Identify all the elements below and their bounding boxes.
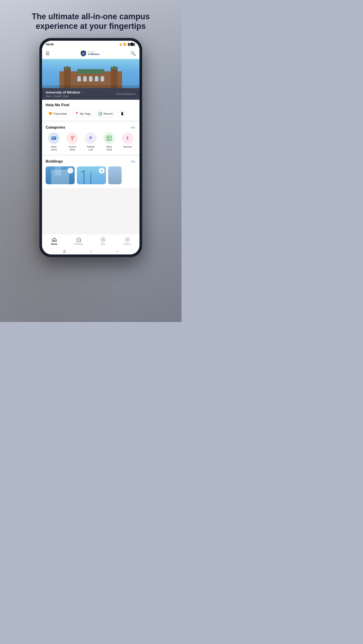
svg-rect-4 [53, 139, 55, 139]
buildings-header: Buildings All › [46, 159, 136, 164]
university-logo: W University of Windsor [80, 50, 99, 57]
svg-rect-10 [108, 139, 110, 139]
chips-row: 🧡 Favourites 📍 My Tags 🔄 Recent 📱 [46, 110, 136, 117]
campus-info-bar: University of Windsor › Open • Closes: 1… [42, 88, 139, 100]
map-icon [100, 237, 106, 242]
svg-point-17 [125, 238, 129, 242]
svg-rect-7 [108, 137, 109, 138]
categories-all-button[interactable]: All › [131, 126, 136, 129]
categories-header: Categories All › [46, 125, 136, 130]
svg-rect-6 [107, 136, 111, 140]
services-icon-circle: ℹ [122, 132, 133, 144]
categories-section: Categories All › [42, 122, 139, 154]
nav-tab-buildings[interactable]: Buildings [66, 237, 91, 245]
gesture-recent-icon: < [116, 250, 118, 253]
nav-tab-map[interactable]: Map [91, 237, 115, 245]
campus-status: Open • Closes: 10pm [46, 95, 83, 98]
status-time: 09:09 [46, 43, 53, 46]
bottom-nav: Home Buildings Map [42, 234, 139, 248]
svg-rect-8 [109, 137, 110, 137]
explore-icon [125, 237, 130, 242]
favourites-icon: 🧡 [48, 112, 52, 116]
parking-p-icon: P [88, 135, 94, 141]
food-icon-circle [67, 132, 78, 144]
search-button[interactable]: 🔍 [130, 51, 136, 56]
recent-icon: 🔄 [98, 112, 102, 116]
campus-name: University of Windsor [46, 90, 80, 94]
bottom-spacer [42, 190, 139, 194]
parking-icon-circle: P [85, 132, 97, 144]
newsfeed-label: NewsFeed [106, 145, 112, 151]
mytags-icon: 📍 [75, 112, 79, 116]
categories-grid: Class-rooms Food &Drink [46, 132, 136, 151]
parking-label: ParkingLots [87, 145, 94, 151]
phone-screen: 09:09 🔔 📶 ▐▌▌ ▓ ☰ W University of Windso… [42, 41, 139, 254]
nav-tab-home-label: Home [51, 243, 57, 245]
category-parking[interactable]: P ParkingLots [82, 132, 99, 151]
home-icon [52, 237, 57, 242]
building-card-1[interactable]: ♡ [46, 166, 75, 184]
svg-point-15 [101, 238, 105, 242]
classrooms-icon [51, 135, 57, 141]
chip-recent[interactable]: 🔄 Recent [95, 110, 116, 117]
buildings-tab-icon [76, 237, 81, 242]
food-label: Food &Drink [69, 145, 76, 151]
help-me-find-title: Help Me Find [46, 103, 69, 107]
newsfeed-icon [106, 135, 112, 141]
building-card-2[interactable]: ♥ [77, 166, 106, 184]
phone-frame: 09:09 🔔 📶 ▐▌▌ ▓ ☰ W University of Windso… [39, 38, 142, 257]
svg-rect-13 [78, 238, 80, 242]
svg-rect-9 [109, 138, 110, 138]
help-me-find-header: Help Me Find [46, 103, 136, 107]
gesture-home-icon: □ [90, 250, 92, 253]
svg-rect-11 [108, 139, 110, 140]
categories-title: Categories [46, 125, 65, 130]
svg-rect-12 [77, 238, 78, 242]
services-info-icon: ℹ [125, 135, 131, 141]
building-card-3[interactable] [108, 166, 122, 184]
heart-button-2[interactable]: ♥ [99, 168, 105, 174]
chip-social[interactable]: 📱 [117, 110, 127, 117]
nav-tab-explore-label: Explore [124, 243, 131, 245]
chip-favourites-label: Favourites [54, 112, 67, 116]
chip-recent-label: Recent [103, 112, 113, 116]
chip-mytags[interactable]: 📍 My Tags [72, 110, 94, 117]
status-bar: 09:09 🔔 📶 ▐▌▌ ▓ [42, 41, 139, 48]
view-campuses-button[interactable]: View Campuses ▾ [116, 92, 136, 96]
top-nav: ☰ W University of Windsor 🔍 [42, 48, 139, 59]
svg-rect-2 [52, 137, 53, 138]
gesture-bar: ||| □ < [42, 248, 139, 254]
services-label: Services [123, 145, 132, 148]
help-me-find-section: Help Me Find 🧡 Favourites 📍 My Tags 🔄 Re… [42, 100, 139, 120]
food-drink-icon [69, 135, 75, 141]
campus-banner [42, 59, 139, 88]
chevron-down-icon: ▾ [135, 92, 136, 96]
content-scroll[interactable]: Help Me Find 🧡 Favourites 📍 My Tags 🔄 Re… [42, 100, 139, 234]
heart-button-1[interactable]: ♡ [67, 168, 73, 174]
svg-point-16 [102, 239, 104, 240]
category-newsfeed[interactable]: NewsFeed [101, 132, 117, 151]
gesture-back-icon: ||| [63, 250, 66, 253]
hero-title: The ultimate all-in-one campus experienc… [0, 12, 181, 31]
svg-text:W: W [82, 52, 84, 55]
chip-mytags-label: My Tags [80, 112, 91, 116]
hamburger-menu-button[interactable]: ☰ [46, 51, 50, 56]
heart-icon-1: ♡ [69, 169, 72, 172]
buildings-all-button[interactable]: All › [131, 160, 136, 163]
campus-name-arrow: › [82, 90, 83, 94]
heart-icon-2: ♥ [101, 169, 103, 172]
classrooms-icon-circle [48, 132, 60, 144]
wifi-icon: 📶 [123, 43, 126, 46]
svg-rect-3 [54, 137, 55, 138]
buildings-row: ♡ ♥ [46, 166, 136, 185]
chip-favourites[interactable]: 🧡 Favourites [46, 110, 70, 117]
category-classrooms[interactable]: Class-rooms [46, 132, 62, 151]
category-services[interactable]: ℹ Services [119, 132, 136, 151]
buildings-section: Buildings All › ♡ [42, 156, 139, 188]
nav-tab-home[interactable]: Home [42, 237, 66, 245]
nav-tab-explore[interactable]: Explore [115, 237, 139, 245]
classrooms-label: Class-rooms [51, 145, 57, 151]
shield-logo-icon: W [80, 50, 86, 57]
svg-rect-14 [80, 239, 81, 242]
category-food[interactable]: Food &Drink [64, 132, 80, 151]
